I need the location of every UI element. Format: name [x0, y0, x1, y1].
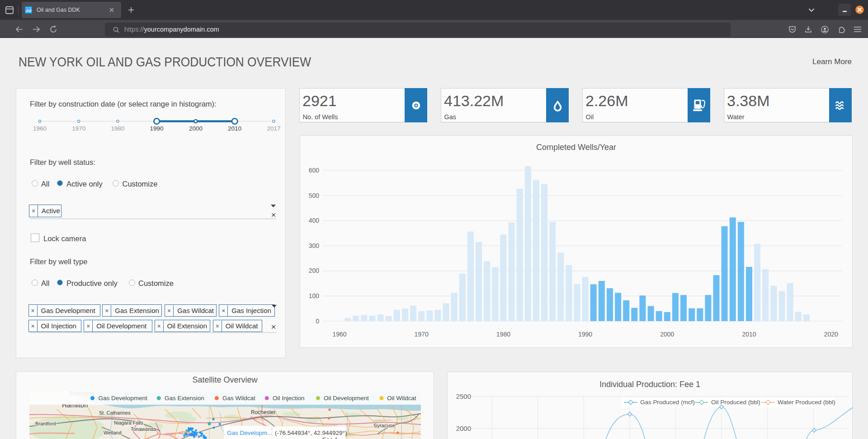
- svg-text:0: 0: [316, 318, 319, 325]
- svg-text:Water Produced (bbl): Water Produced (bbl): [778, 399, 835, 406]
- svg-text:Fee 1: Fee 1: [322, 436, 338, 439]
- svg-text:2500: 2500: [456, 392, 471, 400]
- svg-text:1960: 1960: [33, 125, 47, 132]
- svg-text:1990: 1990: [578, 331, 592, 338]
- svg-text:1960: 1960: [332, 331, 346, 338]
- svg-text:Gas Extension: Gas Extension: [165, 395, 204, 402]
- svg-text:1970: 1970: [72, 125, 85, 132]
- svg-text:Oil Development: Oil Development: [324, 395, 369, 402]
- svg-text:2010: 2010: [228, 125, 241, 132]
- svg-text:Tonawanda: Tonawanda: [131, 426, 156, 432]
- svg-text:Gas Developm...: Gas Developm...: [227, 430, 273, 436]
- svg-text:Welland: Welland: [104, 430, 122, 435]
- svg-text:Niagara Falls: Niagara Falls: [114, 420, 143, 425]
- svg-text:Gas Development: Gas Development: [99, 395, 147, 402]
- svg-text:2000: 2000: [189, 125, 203, 132]
- svg-text:2000: 2000: [456, 425, 471, 432]
- svg-text:Oil Injection: Oil Injection: [273, 395, 305, 402]
- svg-text:1990: 1990: [150, 125, 164, 132]
- svg-text:400: 400: [309, 217, 320, 224]
- svg-text:Oil Wildcat: Oil Wildcat: [387, 395, 416, 402]
- svg-text:2020: 2020: [824, 331, 838, 338]
- svg-text:Gas Wildcat: Gas Wildcat: [222, 395, 255, 402]
- svg-text:Oil Produced (bbl): Oil Produced (bbl): [711, 399, 760, 406]
- svg-text:St. Catharines: St. Catharines: [99, 410, 131, 416]
- svg-text:2017: 2017: [267, 125, 280, 132]
- svg-text:Syracuse: Syracuse: [373, 423, 395, 428]
- svg-text:1970: 1970: [415, 331, 429, 338]
- svg-text:1980: 1980: [111, 125, 124, 132]
- svg-text:(-76.544934°, 42.944929°): (-76.544934°, 42.944929°): [275, 430, 347, 436]
- svg-text:500: 500: [309, 192, 320, 199]
- svg-text:300: 300: [309, 242, 320, 249]
- svg-text:200: 200: [309, 267, 320, 274]
- svg-text:2010: 2010: [742, 331, 756, 338]
- svg-text:2000: 2000: [660, 331, 674, 338]
- svg-text:100: 100: [309, 292, 320, 299]
- svg-text:600: 600: [309, 167, 320, 174]
- svg-text:Rochester: Rochester: [251, 409, 276, 416]
- svg-text:Brantford: Brantford: [35, 421, 56, 426]
- svg-text:1980: 1980: [496, 331, 510, 338]
- svg-text:Gas Produced (mcf): Gas Produced (mcf): [640, 399, 695, 406]
